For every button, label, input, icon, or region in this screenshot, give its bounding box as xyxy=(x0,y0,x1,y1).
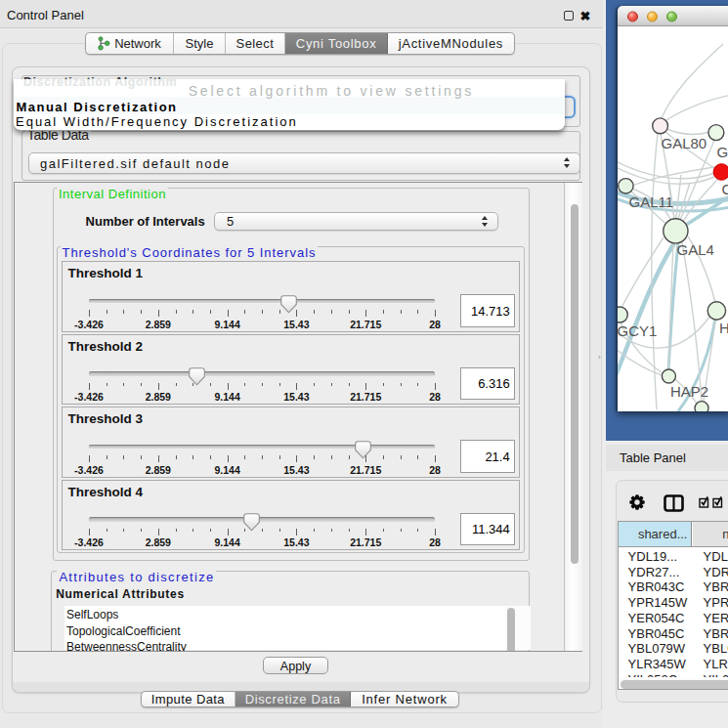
svg-text:H: H xyxy=(719,320,728,336)
svg-text:GAL4: GAL4 xyxy=(676,241,713,258)
svg-text:GCY1: GCY1 xyxy=(618,321,657,338)
svg-text:HAP2: HAP2 xyxy=(669,383,707,400)
svg-text:GAL11: GAL11 xyxy=(628,193,673,210)
svg-text:GAL80: GAL80 xyxy=(661,135,707,151)
svg-text:GAL: GAL xyxy=(716,144,728,160)
svg-text:C: C xyxy=(721,181,728,197)
